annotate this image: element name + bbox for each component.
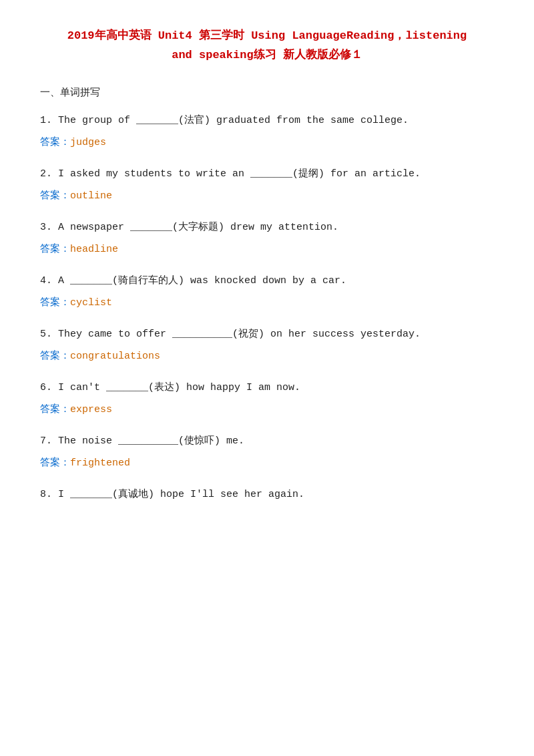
question-1-text: 1. The group of _______(法官) graduated fr… [40,112,494,130]
question-2-text: 2. I asked my students to write an _____… [40,165,494,183]
answer-label-7: 答案： [40,457,70,469]
answer-1: 答案：judges [40,134,494,152]
answer-value-5: congratulations [70,351,160,362]
answer-2: 答案：outline [40,187,494,205]
answer-7: 答案：frightened [40,454,494,472]
question-7-text: 7. The noise __________(使惊吓) me. [40,432,494,450]
page-title: 2019年高中英语 Unit4 第三学时 Using LanguageReadi… [40,27,494,65]
question-block-5: 5. They came to offer __________(祝贺) on … [40,325,494,365]
question-5-text: 5. They came to offer __________(祝贺) on … [40,325,494,343]
question-block-1: 1. The group of _______(法官) graduated fr… [40,112,494,152]
answer-3: 答案：headline [40,240,494,258]
answer-value-3: headline [70,244,118,255]
questions-list: 1. The group of _______(法官) graduated fr… [40,112,494,504]
answer-label-1: 答案： [40,137,70,148]
title-line2: and speaking练习 新人教版必修１ [40,46,494,65]
answer-label-5: 答案： [40,351,70,362]
question-3-text: 3. A newspaper _______(大字标题) drew my att… [40,218,494,236]
section1-heading: 一、单词拼写 [40,84,494,102]
question-block-7: 7. The noise __________(使惊吓) me. 答案：frig… [40,432,494,472]
question-block-2: 2. I asked my students to write an _____… [40,165,494,205]
answer-value-4: cyclist [70,297,112,309]
question-block-6: 6. I can't _______(表达) how happy I am no… [40,379,494,419]
answer-value-6: express [70,404,112,415]
question-block-8: 8. I _______(真诚地) hope I'll see her agai… [40,486,494,504]
question-block-3: 3. A newspaper _______(大字标题) drew my att… [40,218,494,258]
question-4-text: 4. A _______(骑自行车的人) was knocked down by… [40,272,494,290]
answer-label-3: 答案： [40,244,70,255]
answer-6: 答案：express [40,401,494,419]
answer-label-6: 答案： [40,404,70,415]
question-6-text: 6. I can't _______(表达) how happy I am no… [40,379,494,397]
answer-4: 答案：cyclist [40,294,494,312]
answer-label-2: 答案： [40,190,70,202]
answer-value-7: frightened [70,457,130,469]
answer-5: 答案：congratulations [40,347,494,365]
answer-value-1: judges [70,137,106,148]
question-8-text: 8. I _______(真诚地) hope I'll see her agai… [40,486,494,504]
title-line1: 2019年高中英语 Unit4 第三学时 Using LanguageReadi… [40,27,494,46]
answer-value-2: outline [70,190,112,202]
question-block-4: 4. A _______(骑自行车的人) was knocked down by… [40,272,494,312]
answer-label-4: 答案： [40,297,70,309]
